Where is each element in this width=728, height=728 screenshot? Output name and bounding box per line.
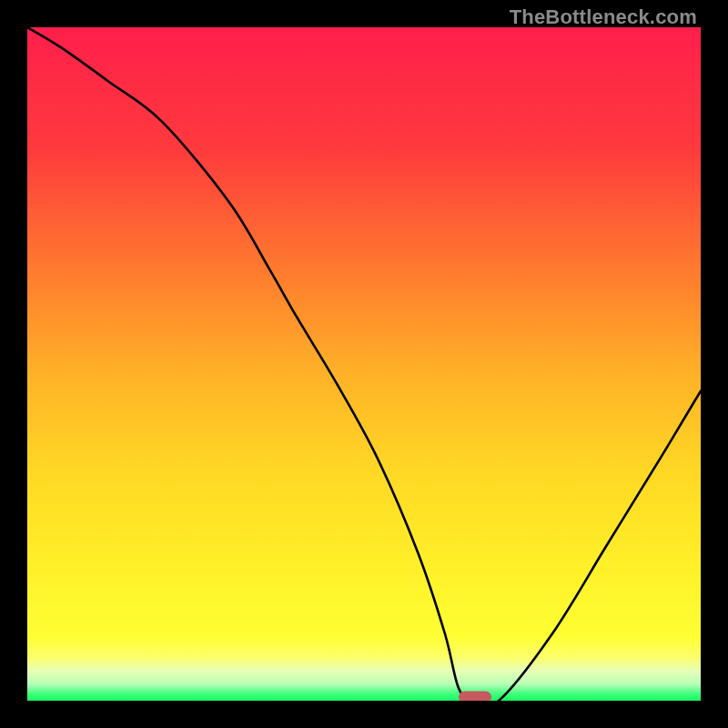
optimal-marker: [459, 691, 491, 701]
chart-stage: TheBottleneck.com: [0, 0, 728, 728]
watermark-text: TheBottleneck.com: [510, 5, 697, 29]
gradient-background: [27, 27, 701, 701]
plot-svg: [27, 27, 701, 701]
plot-area: [27, 27, 701, 701]
